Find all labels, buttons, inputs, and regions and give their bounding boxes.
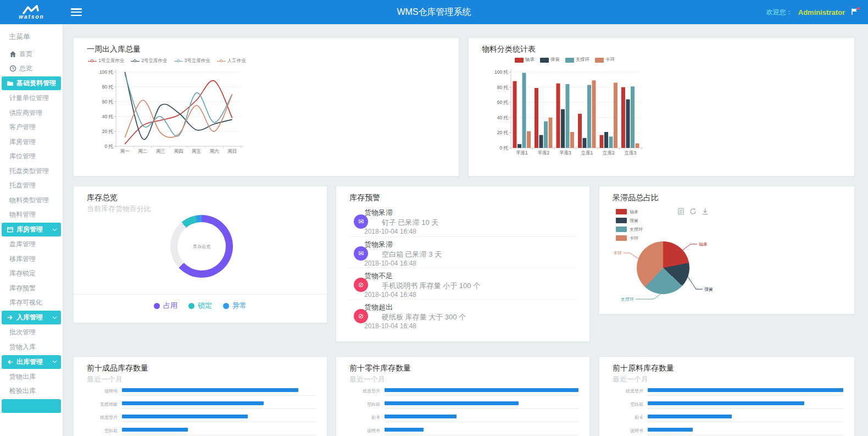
- download-icon[interactable]: [702, 207, 709, 214]
- card-inventory-overview: 库存总览 当前库存货物百分比 库存总览 占用锁定异常: [73, 186, 327, 323]
- bar-弹簧-平库3: [561, 109, 565, 148]
- sidebar-item-13[interactable]: 盘库管理: [0, 238, 63, 251]
- legend-item[interactable]: 1号立库作业: [88, 58, 124, 64]
- sidebar-item-11[interactable]: 物料管理: [0, 208, 63, 222]
- legend-label: 3号立库作业: [185, 58, 210, 64]
- alert-item-1[interactable]: ✉货物呆滞空白箱 已呆滞 3 天2018-10-04 16:48: [349, 236, 576, 268]
- legend-item[interactable]: 3号立库作业: [174, 58, 210, 64]
- sidebar-item-label: 库房管理: [16, 225, 43, 234]
- sidebar-item-10[interactable]: 物料类型管理: [0, 194, 63, 207]
- sidebar-item-9[interactable]: 托盘管理: [0, 179, 63, 192]
- weekly-line-chart: 0 托20 托40 托60 托80 托100 托周一周二周三周四周五周六周日: [86, 65, 251, 162]
- legend-item[interactable]: 轴承: [515, 57, 535, 63]
- legend-item[interactable]: 2号立库作业: [131, 58, 167, 64]
- legend-item-支撑环[interactable]: 支撑环: [616, 225, 643, 234]
- username[interactable]: Administrator: [798, 8, 845, 16]
- hbar-row-3: 说明书: [349, 426, 578, 436]
- refresh-icon[interactable]: [689, 207, 697, 214]
- legend-chip: [616, 235, 627, 241]
- hbar-track: [385, 388, 578, 392]
- alert-item-3[interactable]: ⊘货物超出硬纸板 库存量 大于 300 个2018-10-04 16:48: [349, 299, 576, 330]
- sidebar-item-1[interactable]: 总览: [0, 62, 63, 75]
- card-weekly-io-total: 一周出入库总量 1号立库作业2号立库作业3号立库作业人工作业 0 托20 托40…: [73, 37, 459, 176]
- sidebar-item-label: 物料管理: [9, 210, 36, 219]
- sidebar-item-19[interactable]: 批次管理: [0, 325, 63, 339]
- sidebar-item-18[interactable]: 入库管理: [2, 311, 61, 324]
- legend-item[interactable]: 弹簧: [540, 57, 560, 63]
- card-title: 前十成品库存数量: [87, 363, 148, 373]
- legend-item-异常[interactable]: 异常: [223, 301, 247, 311]
- hbar-gridline: [648, 422, 843, 422]
- legend-label: 弹簧: [630, 218, 638, 224]
- svg-text:60 托: 60 托: [102, 99, 114, 104]
- hbar-rows: 说明书瓦楞纸板纸质垫片空白箱: [87, 387, 316, 436]
- hbar-track: [648, 415, 843, 418]
- bar-支撑环-立库1: [587, 85, 591, 148]
- card-subtitle: 最近一个月: [349, 374, 385, 384]
- card-subtitle: 最近一个月: [613, 374, 648, 384]
- legend-item-锁定[interactable]: 锁定: [188, 301, 212, 311]
- hbar-gridline: [385, 395, 578, 396]
- legend-item-卡环[interactable]: 卡环: [616, 234, 643, 242]
- sidebar-item-5[interactable]: 客户管理: [0, 120, 63, 134]
- bar-轴承-立库2: [600, 135, 604, 148]
- alert-item-0[interactable]: ✉货物呆滞钉子 已呆滞 10 天2018-10-04 16:48: [349, 205, 576, 236]
- pie-labels: 轴承弹簧支撑环卡环: [599, 186, 854, 314]
- legend-line-marker: [174, 59, 183, 63]
- legend-item-弹簧[interactable]: 弹簧: [616, 216, 643, 225]
- card-top-finished-stock: 前十成品库存数量 最近一个月 说明书瓦楞纸板纸质垫片空白箱: [73, 356, 327, 436]
- sidebar-item-2[interactable]: 基础资料管理: [2, 76, 61, 90]
- legend-item[interactable]: 支撑环: [565, 57, 590, 63]
- hbar-label: 空白箱: [613, 401, 643, 407]
- sidebar-item-23[interactable]: 检验出库: [0, 384, 63, 398]
- svg-text:周日: 周日: [227, 148, 237, 154]
- sidebar-item-21[interactable]: 出库管理: [2, 355, 61, 369]
- card-inventory-alerts: 库存预警 ✉货物呆滞钉子 已呆滞 10 天2018-10-04 16:48✉货物…: [336, 186, 590, 342]
- card-subtitle: 最近一个月: [87, 374, 123, 384]
- sidebar-item-16[interactable]: 库存预警: [0, 282, 63, 295]
- card-material-stats: 物料分类统计表 轴承弹簧支撑环卡环 0 托20 托40 托60 托80 托100…: [468, 37, 855, 176]
- legend-item-占用[interactable]: 占用: [154, 301, 177, 311]
- alert-detail: 空白箱 已呆滞 3 天: [382, 250, 442, 260]
- legend-item[interactable]: 卡环: [595, 57, 615, 63]
- sidebar-item-7[interactable]: 库位管理: [0, 150, 63, 163]
- bar-支撑环-平库2: [544, 122, 548, 148]
- pie-label-轴承: 轴承: [699, 242, 708, 247]
- hbar-row-3: 空白箱: [87, 426, 316, 436]
- sidebar-item-12[interactable]: 库房管理: [2, 223, 61, 236]
- legend-chip: [595, 58, 604, 63]
- card-title: 前十零件库存数量: [349, 363, 411, 373]
- legend-item-轴承[interactable]: 轴承: [616, 207, 643, 216]
- alert-item-2[interactable]: ⊘货物不足手机说明书 库存量 小于 100 个2018-10-04 16:48: [349, 268, 576, 299]
- inventory-donut-chart: 库存总览: [170, 215, 233, 278]
- sidebar-item-14[interactable]: 移库管理: [0, 252, 63, 266]
- sidebar-item-15[interactable]: 库存锁定: [0, 267, 63, 280]
- bar-卡环-立库2: [614, 82, 617, 148]
- bar-弹簧-平库2: [539, 135, 543, 148]
- sidebar-item-20[interactable]: 货物入库: [0, 340, 63, 354]
- sidebar-item-17[interactable]: 库存可视化: [0, 296, 63, 310]
- sidebar-item-cutoff[interactable]: [2, 399, 61, 413]
- sidebar-item-0[interactable]: 首页: [0, 47, 63, 61]
- card-title: 库存预警: [349, 193, 380, 203]
- notification-flag-icon[interactable]: [850, 8, 859, 16]
- sidebar-item-3[interactable]: 计量单位管理: [0, 91, 63, 105]
- svg-text:平库2: 平库2: [537, 150, 549, 156]
- data-view-icon[interactable]: [677, 207, 685, 214]
- sidebar-item-8[interactable]: 托盘类型管理: [0, 164, 63, 178]
- top-header: watson WMS仓库管理系统 欢迎您： Administrator: [0, 0, 868, 24]
- sidebar-item-4[interactable]: 供应商管理: [0, 106, 63, 120]
- sidebar-item-label: 托盘类型管理: [9, 167, 49, 176]
- home-icon: [9, 51, 16, 58]
- sidebar-item-6[interactable]: 库房管理: [0, 135, 63, 149]
- hbar-track: [648, 388, 843, 392]
- pie-label-卡环: 卡环: [613, 251, 622, 256]
- line-series-人工作业: [125, 95, 232, 138]
- donut-legend: 占用锁定异常: [74, 301, 327, 311]
- material-bar-chart: 0 托20 托40 托60 托80 托100 托平库1平库2平库3立库1立库2立…: [481, 64, 651, 166]
- sidebar-item-22[interactable]: 货物出库: [0, 370, 63, 384]
- legend-item[interactable]: 人工作业: [217, 58, 246, 64]
- card-subtitle: 当前库存货物百分比: [87, 204, 151, 214]
- hbar-rows: 纸质垫片空白箱彩卡说明书: [349, 387, 578, 436]
- hbar-fill: [648, 415, 732, 418]
